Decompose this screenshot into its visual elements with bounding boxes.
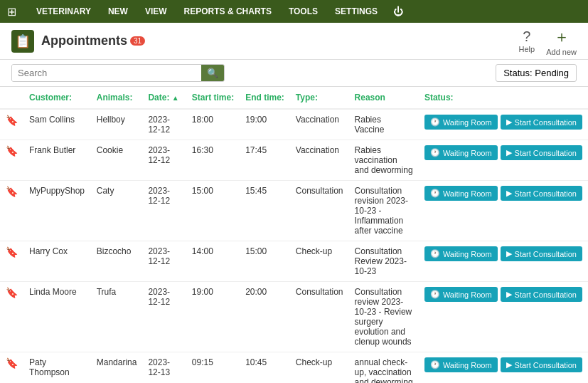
start-consultation-button[interactable]: ▶ Start Consultation [501, 145, 582, 160]
nav-view[interactable]: VIEW [137, 0, 176, 23]
bookmark-icon: 🔖 [6, 246, 18, 258]
bookmark-cell: 🔖 [0, 181, 23, 241]
start-time-cell: 18:00 [186, 109, 240, 140]
col-start-time[interactable]: Start time: [186, 87, 240, 109]
start-consultation-button[interactable]: ▶ Start Consultation [501, 357, 582, 372]
col-animals[interactable]: Animals: [91, 87, 143, 109]
power-icon[interactable]: ⏻ [386, 6, 410, 17]
clock-icon: 🕐 [430, 360, 440, 369]
customer-cell: MyPuppyShop [23, 181, 91, 241]
col-reason[interactable]: Reason [349, 87, 419, 109]
bookmark-icon: 🔖 [6, 357, 18, 369]
reason-cell: Rabies vaccination and deworming [349, 140, 419, 181]
appointments-badge: 31 [130, 36, 145, 46]
start-consultation-button[interactable]: ▶ Start Consultation [501, 287, 582, 302]
action-cell: 🕐 Waiting Room ▶ Start Consultation [419, 241, 588, 282]
start-consultation-button[interactable]: ▶ Start Consultation [501, 115, 582, 130]
col-type[interactable]: Type: [290, 87, 349, 109]
action-cell: 🕐 Waiting Room ▶ Start Consultation [419, 352, 588, 384]
waiting-room-button[interactable]: 🕐 Waiting Room [424, 246, 498, 261]
reason-cell: annual check-up, vaccination and dewormi… [349, 352, 419, 384]
animal-cell: Mandarina [91, 352, 143, 384]
start-consultation-label: Start Consultation [515, 149, 577, 157]
end-time-cell: 19:00 [240, 109, 290, 140]
nav-reports[interactable]: REPORTS & CHARTS [176, 0, 280, 23]
col-end-time[interactable]: End time: [240, 87, 290, 109]
play-icon: ▶ [506, 290, 512, 299]
customer-cell: Paty Thompson [23, 352, 91, 384]
customer-cell: Sam Collins [23, 109, 91, 140]
animal-cell: Cookie [91, 140, 143, 181]
status-filter[interactable]: Status: Pending [496, 64, 577, 82]
col-status[interactable]: Status: [419, 87, 588, 109]
bookmark-icon: 🔖 [6, 287, 18, 298]
help-label: Help [519, 45, 535, 53]
nav-veterinary[interactable]: VETERINARY [28, 0, 100, 23]
clock-icon: 🕐 [430, 117, 440, 127]
waiting-room-button[interactable]: 🕐 Waiting Room [424, 115, 498, 130]
reason-cell: Consultation review 2023-10-23 - Review … [349, 282, 419, 352]
date-cell: 2023-12-12 [142, 109, 186, 140]
start-time-cell: 14:00 [186, 241, 240, 282]
toolbar: 🔍 Status: Pending [0, 60, 588, 87]
add-new-button[interactable]: ＋ Add new [546, 26, 577, 56]
app-title: Appointments [41, 33, 127, 48]
end-time-cell: 20:00 [240, 282, 290, 352]
col-date[interactable]: Date: ▲ [142, 87, 186, 109]
start-time-cell: 16:30 [186, 140, 240, 181]
action-cell: 🕐 Waiting Room ▶ Start Consultation [419, 140, 588, 181]
nav-new[interactable]: NEW [100, 0, 137, 23]
search-input[interactable] [12, 65, 201, 81]
play-icon: ▶ [506, 148, 512, 157]
table-row: 🔖 Harry Cox Bizcocho 2023-12-12 14:00 15… [0, 241, 588, 282]
type-cell: Check-up [290, 241, 349, 282]
start-consultation-button[interactable]: ▶ Start Consultation [501, 246, 582, 261]
start-consultation-button[interactable]: ▶ Start Consultation [501, 186, 582, 201]
status-filter-label: Status: Pending [503, 68, 569, 78]
start-consultation-label: Start Consultation [515, 290, 577, 299]
help-button[interactable]: ? Help [519, 28, 535, 53]
start-consultation-label: Start Consultation [515, 361, 577, 369]
reason-cell: Consultation Review 2023-10-23 [349, 241, 419, 282]
add-label: Add new [546, 48, 577, 56]
waiting-room-button[interactable]: 🕐 Waiting Room [424, 186, 498, 201]
bookmark-cell: 🔖 [0, 109, 23, 140]
nav-settings[interactable]: SETTINGS [326, 0, 386, 23]
nav-tools[interactable]: TOOLS [280, 0, 326, 23]
clock-icon: 🕐 [430, 290, 440, 299]
waiting-room-button[interactable]: 🕐 Waiting Room [424, 145, 498, 160]
animal-cell: Caty [91, 181, 143, 241]
type-cell: Consultation [290, 181, 349, 241]
customer-cell: Frank Butler [23, 140, 91, 181]
reason-cell: Rabies Vaccine [349, 109, 419, 140]
customer-cell: Linda Moore [23, 282, 91, 352]
clock-icon: 🕐 [430, 249, 440, 258]
waiting-room-label: Waiting Room [443, 149, 492, 157]
animal-cell: Bizcocho [91, 241, 143, 282]
end-time-cell: 15:00 [240, 241, 290, 282]
table-row: 🔖 MyPuppyShop Caty 2023-12-12 15:00 15:4… [0, 181, 588, 241]
date-cell: 2023-12-13 [142, 352, 186, 384]
animal-cell: Trufa [91, 282, 143, 352]
clock-icon: 🕐 [430, 189, 440, 198]
play-icon: ▶ [506, 249, 512, 258]
type-cell: Consultation [290, 282, 349, 352]
add-icon: ＋ [554, 26, 570, 48]
grid-icon[interactable]: ⊞ [7, 5, 16, 19]
waiting-room-button[interactable]: 🕐 Waiting Room [424, 357, 498, 372]
action-cell: 🕐 Waiting Room ▶ Start Consultation [419, 109, 588, 140]
col-customer[interactable]: Customer: [23, 87, 91, 109]
reason-cell: Consultation revision 2023-10-23 - Infla… [349, 181, 419, 241]
table-header-row: Customer: Animals: Date: ▲ Start time: E… [0, 87, 588, 109]
table-row: 🔖 Sam Collins Hellboy 2023-12-12 18:00 1… [0, 109, 588, 140]
type-cell: Vaccination [290, 109, 349, 140]
bookmark-icon: 🔖 [6, 145, 18, 157]
date-cell: 2023-12-12 [142, 282, 186, 352]
help-icon: ? [523, 28, 530, 45]
bookmark-cell: 🔖 [0, 352, 23, 384]
search-button[interactable]: 🔍 [201, 65, 224, 81]
waiting-room-button[interactable]: 🕐 Waiting Room [424, 287, 498, 302]
col-bookmark [0, 87, 23, 109]
animal-cell: Hellboy [91, 109, 143, 140]
play-icon: ▶ [506, 189, 512, 198]
